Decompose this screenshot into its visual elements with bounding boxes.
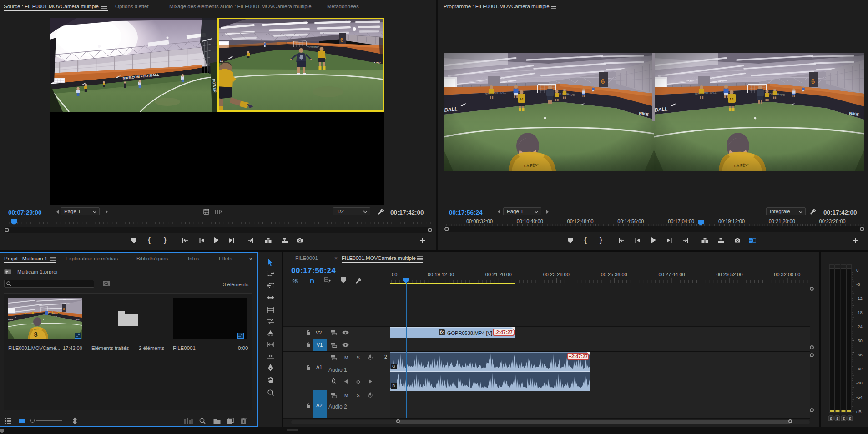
svg-text:S: S [836, 416, 839, 421]
svg-text:6: 6 [63, 307, 65, 311]
svg-text:S: S [843, 416, 845, 421]
svg-text:0: 0 [856, 268, 858, 273]
svg-text:BALL: BALL [8, 318, 13, 320]
svg-text:-54: -54 [856, 394, 863, 399]
svg-text:8: 8 [34, 331, 38, 338]
svg-text:-36: -36 [856, 352, 863, 357]
svg-text:S: S [849, 416, 852, 421]
svg-text:-24: -24 [856, 324, 863, 329]
svg-text:NIKE: NIKE [76, 319, 80, 320]
svg-text:-18: -18 [856, 310, 863, 315]
svg-text:-12: -12 [856, 296, 863, 301]
svg-text:dB: dB [856, 409, 862, 414]
svg-text:JAVIV: JAVIV [34, 328, 39, 330]
svg-text:S: S [830, 416, 833, 421]
svg-text:-30: -30 [856, 338, 863, 343]
svg-text:-42: -42 [856, 366, 863, 371]
svg-text:-6: -6 [856, 282, 860, 287]
svg-text:-48: -48 [856, 380, 863, 385]
